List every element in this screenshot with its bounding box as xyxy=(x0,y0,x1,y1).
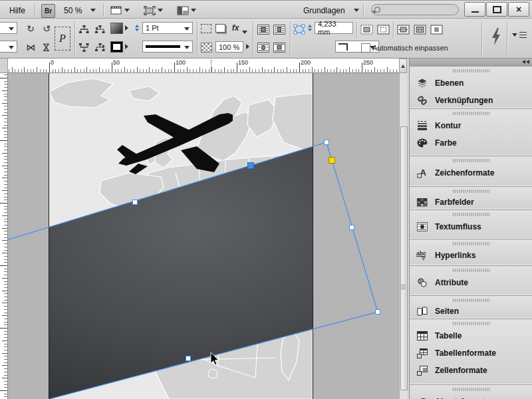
panel-item-textumfluss[interactable]: Textumfluss xyxy=(410,218,532,235)
distribute-up-icon[interactable] xyxy=(77,23,90,36)
screen-mode-button[interactable] xyxy=(109,4,133,17)
search-field[interactable] xyxy=(371,4,459,15)
reference-dropdown-top[interactable] xyxy=(0,22,17,34)
collapse-panels-icon[interactable] xyxy=(522,60,529,64)
center-content-icon[interactable] xyxy=(430,23,443,36)
stroke-flyout-arrow[interactable] xyxy=(125,44,128,49)
group-grip[interactable] xyxy=(410,210,532,218)
bridge-button[interactable]: Br xyxy=(41,4,55,18)
panel-item-hyperlinks[interactable]: abc Hyperlinks xyxy=(410,247,532,263)
workspace-dropdown-arrow[interactable] xyxy=(354,9,359,12)
jump-object-icon[interactable] xyxy=(273,41,286,54)
effects-button[interactable]: fx xyxy=(229,21,242,35)
panel-item-attribute[interactable]: Attribute xyxy=(410,274,532,291)
rotate-cw-button[interactable]: ↻ xyxy=(24,22,37,35)
handle-bottom-mid[interactable] xyxy=(186,356,191,361)
panel-item-verknuepfungen[interactable]: Verknüpfungen xyxy=(410,92,532,109)
panel-group: ¶ Absatzformate xyxy=(410,384,532,399)
corner-editor-yellow-handle[interactable] xyxy=(329,158,335,164)
scroll-up-button[interactable] xyxy=(399,59,407,73)
drop-shadow-icon[interactable] xyxy=(215,24,225,33)
distribute-right-icon[interactable] xyxy=(93,41,106,54)
handle-top-right[interactable] xyxy=(325,140,329,145)
flip-horizontal-button[interactable]: ⋈ xyxy=(24,41,37,54)
arrange-documents-button[interactable] xyxy=(176,4,200,17)
workspace-switcher[interactable]: Grundlagen xyxy=(303,6,345,15)
panel-item-zeichenformate[interactable]: A Zeichenformate xyxy=(410,164,532,182)
fit-content-proportionally-icon[interactable] xyxy=(376,23,390,36)
distribute-down-icon[interactable] xyxy=(77,41,90,54)
horizontal-ruler[interactable]: 0 50 100 150 200 250 xyxy=(8,59,399,73)
rotate-ccw-button[interactable]: ↺ xyxy=(40,22,53,35)
selection-handles[interactable] xyxy=(133,140,380,361)
scrollbar-thumb[interactable] xyxy=(400,126,408,390)
handle-selected-anchor[interactable] xyxy=(248,163,254,169)
dropdown-arrow xyxy=(191,9,196,12)
menu-hilfe[interactable]: Hilfe xyxy=(9,6,25,15)
effects-dropdown-arrow[interactable] xyxy=(242,31,247,34)
corner-radius-stepper[interactable] xyxy=(306,22,313,34)
select-container-button[interactable]: P xyxy=(55,27,70,51)
maximize-button[interactable] xyxy=(486,2,507,17)
handle-right-mid[interactable] xyxy=(350,225,354,230)
group-grip[interactable] xyxy=(410,239,532,247)
no-text-wrap-icon[interactable] xyxy=(257,23,270,36)
group-grip[interactable] xyxy=(410,187,532,195)
quick-apply-icon[interactable] xyxy=(489,27,503,47)
fit-content-to-frame-icon[interactable] xyxy=(413,23,426,36)
group-grip[interactable] xyxy=(410,156,532,164)
minimize-button[interactable] xyxy=(464,2,485,17)
stroke-style-dropdown[interactable] xyxy=(142,41,193,53)
vertical-scrollbar[interactable] xyxy=(399,73,407,399)
group-grip[interactable] xyxy=(410,109,532,117)
panel-item-tabellenformate[interactable]: Tabellenformate xyxy=(410,344,532,362)
panel-item-farbe[interactable]: Farbe xyxy=(410,134,532,152)
fill-frame-proportionally-icon[interactable] xyxy=(360,23,373,36)
transparency-icon[interactable] xyxy=(201,24,211,33)
panel-menu-button[interactable] xyxy=(512,32,527,38)
group-grip[interactable] xyxy=(410,319,532,327)
panel-item-zellenformate[interactable]: Zellenformate xyxy=(410,362,532,379)
fill-flyout-arrow[interactable] xyxy=(125,25,128,31)
panel-item-label: Verknüpfungen xyxy=(435,96,493,105)
group-grip[interactable] xyxy=(410,385,532,393)
wrap-around-box-icon[interactable] xyxy=(273,23,286,36)
panel-item-ebenen[interactable]: Ebenen xyxy=(410,74,532,92)
stroke-weight-field[interactable]: 1 Pt xyxy=(142,22,193,34)
stroke-swatch[interactable] xyxy=(110,41,123,53)
document-canvas[interactable] xyxy=(8,73,399,399)
corner-radius-field[interactable]: 4,233 mm xyxy=(315,22,353,34)
group-grip[interactable] xyxy=(410,266,532,274)
opacity-field[interactable]: 100 % xyxy=(215,41,243,53)
opacity-icon[interactable] xyxy=(201,43,212,53)
svg-text:abc: abc xyxy=(416,250,426,257)
vertical-ruler[interactable] xyxy=(0,73,8,399)
selection-outline[interactable] xyxy=(8,142,378,399)
panel-group: Seiten xyxy=(410,295,532,319)
opacity-flyout-arrow[interactable] xyxy=(246,44,249,49)
stroke-weight-stepper[interactable] xyxy=(133,22,140,34)
reference-dropdown-bottom[interactable] xyxy=(0,41,17,53)
handle-top-mid[interactable] xyxy=(133,200,138,205)
view-options-button[interactable] xyxy=(142,4,166,17)
corner-options-icon[interactable] xyxy=(293,23,306,36)
handle-bottom-right[interactable] xyxy=(376,310,380,315)
zoom-dropdown-arrow[interactable] xyxy=(90,9,96,12)
panel-item-absatzformate[interactable]: ¶ Absatzformate xyxy=(410,393,532,399)
group-grip[interactable] xyxy=(410,66,532,74)
wrap-around-shape-icon[interactable] xyxy=(257,41,270,54)
fill-swatch[interactable] xyxy=(110,23,123,34)
panel-item-kontur[interactable]: Kontur xyxy=(410,117,532,134)
close-button[interactable]: × xyxy=(508,2,529,17)
panel-item-farbfelder[interactable]: Farbfelder xyxy=(410,195,532,209)
search-input[interactable] xyxy=(380,5,450,15)
flip-vertical-button[interactable]: ⋈ xyxy=(40,41,53,54)
zoom-level-value[interactable]: 50 % xyxy=(64,6,82,15)
distribute-left-icon[interactable] xyxy=(93,23,106,36)
autofit-checkbox[interactable] xyxy=(361,43,370,53)
panel-item-seiten[interactable]: Seiten xyxy=(410,304,532,319)
panel-item-tabelle[interactable]: Tabelle xyxy=(410,327,532,344)
ruler-corner[interactable] xyxy=(0,59,8,73)
group-grip[interactable] xyxy=(410,296,532,304)
fit-frame-to-content-icon[interactable] xyxy=(396,23,410,36)
